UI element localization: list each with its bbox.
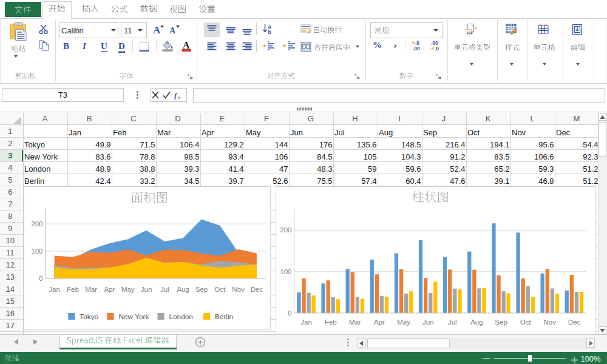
svg-text:Jul: Jul [160,286,169,293]
svg-text:Berlin: Berlin [215,312,233,321]
svg-text:May: May [397,318,410,326]
svg-text:Feb: Feb [66,286,78,293]
svg-text:Aug: Aug [177,286,189,293]
svg-text:Sep: Sep [195,286,207,293]
svg-text:0: 0 [288,309,291,317]
svg-text:Apr: Apr [104,286,115,293]
svg-text:Jul: Jul [447,318,456,326]
svg-text:a: a [305,44,307,49]
svg-text:Feb: Feb [324,318,336,326]
svg-text:Oct: Oct [520,318,531,326]
svg-text:.0: .0 [435,46,439,51]
svg-text:100: 100 [31,248,42,255]
svg-text:x: x [177,94,180,100]
svg-text:London: London [169,312,192,321]
svg-text:Sep: Sep [495,318,507,326]
svg-text:Jan: Jan [49,286,60,293]
svg-text:Nov: Nov [232,286,245,293]
svg-text:Jun: Jun [140,286,152,293]
svg-text:100: 100 [280,268,291,275]
svg-text:May: May [121,286,134,293]
svg-text:Jun: Jun [422,318,433,326]
svg-text:Mar: Mar [348,318,361,326]
svg-text:Jan: Jan [300,318,312,326]
svg-text:Dec: Dec [250,286,263,293]
svg-text:Oct: Oct [214,286,226,293]
svg-text:Aug: Aug [470,318,483,326]
svg-text:100: 100 [467,31,473,35]
svg-text:200: 200 [31,220,42,228]
svg-text:0: 0 [39,275,42,282]
svg-text:Dec: Dec [568,318,580,326]
svg-text:Apr: Apr [373,318,384,326]
svg-text:Nov: Nov [543,318,556,326]
svg-text:200: 200 [280,226,291,234]
svg-text:.00: .00 [413,46,420,51]
svg-text:b: b [268,29,272,35]
svg-text:New York: New York [118,312,149,321]
svg-text:Tokyo: Tokyo [80,312,98,321]
svg-text:Mar: Mar [85,286,97,293]
